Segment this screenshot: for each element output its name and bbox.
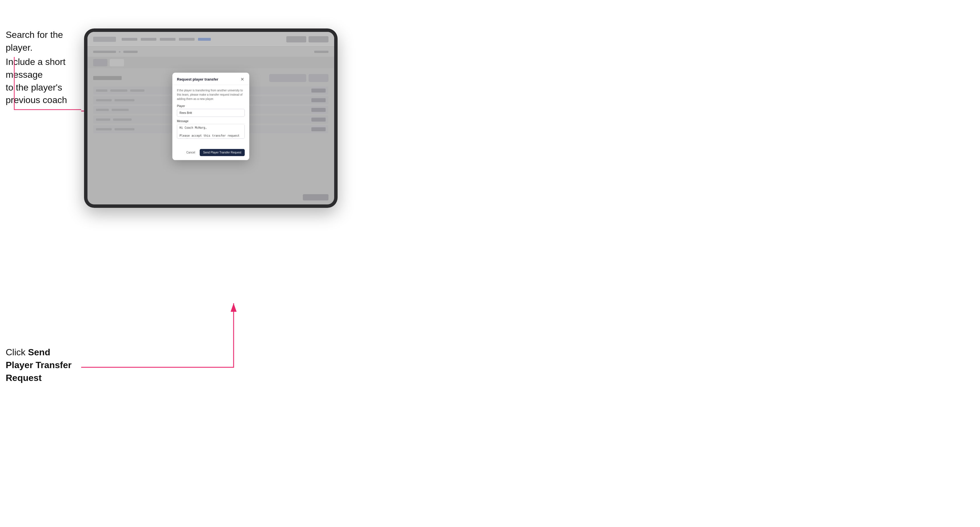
transfer-request-modal: Request player transfer ✕ If the player …: [172, 73, 249, 160]
player-input[interactable]: [177, 109, 245, 117]
modal-description: If the player is transferring from anoth…: [177, 88, 245, 101]
annotation-search-text: Search for the player.: [6, 29, 86, 54]
player-label: Player: [177, 105, 245, 108]
tablet-device: Request player transfer ✕ If the player …: [84, 29, 337, 208]
modal-body: If the player is transferring from anoth…: [172, 85, 249, 146]
modal-footer: Cancel Send Player Transfer Request: [172, 146, 249, 160]
modal-close-button[interactable]: ✕: [240, 76, 245, 82]
cancel-button[interactable]: Cancel: [184, 149, 197, 156]
send-transfer-request-button[interactable]: Send Player Transfer Request: [200, 149, 245, 156]
annotation-message-text: Include a short message to the player's …: [6, 56, 86, 106]
annotation-click-text: Click Send Player Transfer Request: [6, 346, 80, 384]
message-label: Message: [177, 119, 245, 123]
tablet-screen: Request player transfer ✕ If the player …: [88, 32, 334, 205]
message-textarea[interactable]: Hi Coach McHarg, Please accept this tran…: [177, 124, 245, 139]
modal-header: Request player transfer ✕: [172, 73, 249, 85]
player-form-group: Player: [177, 105, 245, 117]
message-form-group: Message Hi Coach McHarg, Please accept t…: [177, 119, 245, 140]
modal-title: Request player transfer: [177, 77, 218, 81]
